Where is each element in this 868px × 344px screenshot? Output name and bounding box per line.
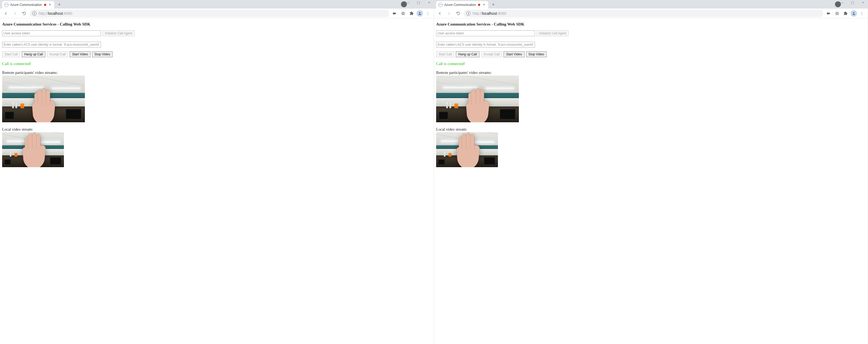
page-title: Azure Communication Services - Calling W… [436,22,866,27]
page-content: Azure Communication Services - Calling W… [0,18,434,344]
url-text: http://localhost:8080 [39,11,72,16]
tab-title: Azure Communication Servic [10,3,42,7]
maximize-button[interactable]: ▢ [415,1,422,5]
bookmark-button[interactable] [399,10,407,17]
extensions-button[interactable] [408,10,415,17]
hang-up-call-button[interactable]: Hang up Call [456,51,479,57]
menu-button[interactable]: ⋮ [858,10,866,17]
remote-streams-label: Remote participants' video streams: [2,70,432,75]
tab-title: Azure Communication Servic [444,3,476,7]
page-title: Azure Communication Services - Calling W… [2,22,432,27]
recording-indicator-icon [478,4,480,6]
address-bar[interactable]: i http://localhost:8080 [464,10,823,17]
minimize-button[interactable]: — [838,1,845,5]
browser-toolbar: i http://localhost:8080 ⋮ [434,9,868,18]
callee-identity-input[interactable] [436,42,535,48]
forward-button[interactable] [445,10,453,17]
maximize-button[interactable]: ▢ [849,1,856,5]
site-info-icon[interactable]: i [466,11,470,16]
start-video-button[interactable]: Start Video [69,51,90,57]
camera-indicator-icon[interactable] [391,10,398,17]
remote-video-stream [436,76,519,122]
browser-tab[interactable]: Azure Communication Servic × [2,1,54,9]
url-text: http://localhost:8080 [473,11,506,16]
svg-point-1 [419,12,421,13]
start-call-button[interactable]: Start Call [436,51,454,57]
reload-button[interactable] [455,10,462,17]
svg-rect-2 [827,12,829,14]
window-right: Azure Communication Servic × + — ▢ × i h… [434,0,868,344]
bookmark-button[interactable] [833,10,841,17]
camera-indicator-icon[interactable] [825,10,832,17]
svg-point-3 [853,12,855,13]
profile-button[interactable] [850,10,857,17]
back-button[interactable] [436,10,444,17]
profile-button[interactable] [416,10,423,17]
remote-video-stream [2,76,85,122]
globe-icon [438,3,443,7]
window-controls: — ▢ × [838,1,867,5]
hand-image [11,132,57,167]
call-controls: Start Call Hang up Call Accept Call Star… [2,51,432,57]
close-window-button[interactable]: × [860,1,867,5]
hand-image [445,132,491,167]
start-call-button[interactable]: Start Call [2,51,20,57]
titlebar: Azure Communication Servic × + — ▢ × [0,0,434,9]
close-tab-icon[interactable]: × [48,3,52,7]
browser-toolbar: i http://localhost:8080 ⋮ [0,9,434,18]
titlebar: Azure Communication Servic × + — ▢ × [434,0,868,9]
stop-video-button[interactable]: Stop Video [526,51,547,57]
call-status: Call is connected! [436,61,866,66]
forward-button[interactable] [11,10,19,17]
call-status: Call is connected! [2,61,432,66]
window-controls: — ▢ × [404,1,433,5]
extensions-button[interactable] [842,10,849,17]
callee-identity-input[interactable] [2,42,101,48]
hang-up-call-button[interactable]: Hang up Call [22,51,45,57]
local-stream-label: Local video stream: [2,127,432,132]
start-video-button[interactable]: Start Video [503,51,524,57]
user-token-input[interactable] [2,30,101,36]
menu-button[interactable]: ⋮ [424,10,432,17]
new-tab-button[interactable]: + [490,1,497,8]
initialize-call-agent-button[interactable]: Initialize Call Agent [102,30,134,36]
accept-call-button[interactable]: Accept Call [47,51,68,57]
user-token-input[interactable] [436,30,535,36]
local-stream-label: Local video stream: [436,127,866,132]
address-bar[interactable]: i http://localhost:8080 [30,10,389,17]
accept-call-button[interactable]: Accept Call [481,51,502,57]
close-window-button[interactable]: × [426,1,433,5]
call-controls: Start Call Hang up Call Accept Call Star… [436,51,866,57]
local-video-stream [436,132,498,167]
new-tab-button[interactable]: + [56,1,63,8]
globe-icon [4,3,9,7]
page-content: Azure Communication Services - Calling W… [434,18,868,344]
site-info-icon[interactable]: i [32,11,36,16]
back-button[interactable] [2,10,10,17]
window-left: Azure Communication Servic × + — ▢ × i h… [0,0,434,344]
hand-image [447,85,508,122]
recording-indicator-icon [44,4,46,6]
local-video-stream [2,132,64,167]
remote-streams-label: Remote participants' video streams: [436,70,866,75]
close-tab-icon[interactable]: × [482,3,486,7]
minimize-button[interactable]: — [404,1,411,5]
svg-rect-0 [393,12,395,14]
hand-image [13,85,74,122]
browser-tab[interactable]: Azure Communication Servic × [436,1,488,9]
initialize-call-agent-button[interactable]: Initialize Call Agent [536,30,568,36]
stop-video-button[interactable]: Stop Video [92,51,113,57]
reload-button[interactable] [21,10,28,17]
